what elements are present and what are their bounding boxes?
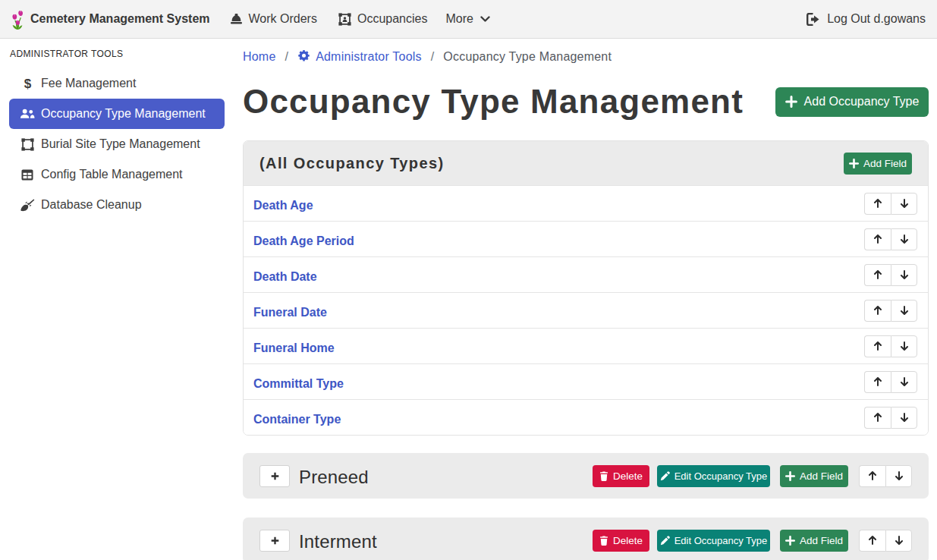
svg-text:$: $: [24, 77, 31, 90]
